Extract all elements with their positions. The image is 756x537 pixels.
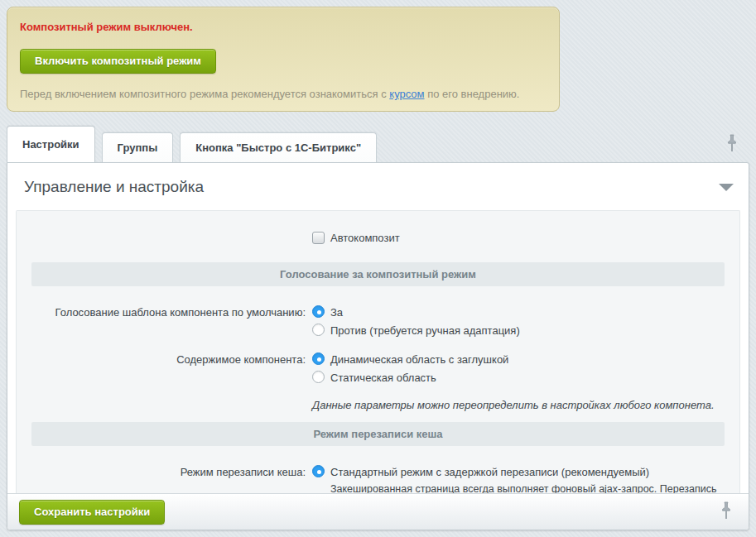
radio-against[interactable] bbox=[312, 324, 325, 336]
autocomposite-label[interactable]: Автокомпозит bbox=[330, 232, 400, 244]
voting-default-label: Голосование шаблона компонента по умолча… bbox=[17, 304, 306, 341]
content-option-static[interactable]: Статическая область bbox=[312, 370, 508, 386]
autocomposite-row: Автокомпозит bbox=[312, 232, 739, 244]
pin-icon[interactable] bbox=[720, 501, 732, 524]
banner-note: Перед включением композитного режима рек… bbox=[20, 88, 546, 100]
tab-bar: Настройки Группы Кнопка "Быстро с 1С-Бит… bbox=[7, 126, 383, 162]
tab-groups[interactable]: Группы bbox=[102, 132, 174, 162]
settings-panel: Управление и настройка Автокомпозит Голо… bbox=[7, 162, 749, 530]
cache-rewrite-row: Режим перезаписи кеша: Стандартный режим… bbox=[17, 464, 739, 493]
content-option-dynamic[interactable]: Динамическая область с заглушкой bbox=[312, 352, 508, 367]
banner-note-before: Перед включением композитного режима рек… bbox=[20, 88, 389, 100]
cache-mode-description: Закешированная страница всегда выполняет… bbox=[330, 482, 728, 493]
section-header-cache-rewrite: Режим перезаписи кеша bbox=[31, 422, 725, 446]
composite-mode-banner: Композитный режим выключен. Включить ком… bbox=[7, 7, 560, 112]
tab-bitrix-quick-button[interactable]: Кнопка "Быстро с 1С-Битрикс" bbox=[180, 132, 377, 162]
save-settings-button[interactable]: Сохранить настройки bbox=[19, 500, 165, 525]
radio-for[interactable] bbox=[312, 305, 325, 318]
component-content-row: Содержимое компонента: Динамическая обла… bbox=[17, 352, 739, 388]
override-note: Данные параметры можно переопределить в … bbox=[312, 399, 725, 411]
autocomposite-checkbox[interactable] bbox=[312, 232, 325, 244]
radio-standard-mode[interactable] bbox=[312, 465, 325, 477]
settings-form: Автокомпозит Голосование за композитный … bbox=[16, 210, 740, 493]
banner-note-after: по его внедрению. bbox=[425, 88, 520, 100]
composite-mode-status: Композитный режим выключен. bbox=[20, 21, 546, 33]
voting-default-row: Голосование шаблона компонента по умолча… bbox=[17, 304, 739, 341]
radio-static-area[interactable] bbox=[312, 371, 325, 383]
component-content-label: Содержимое компонента: bbox=[17, 352, 306, 388]
radio-dynamic-area[interactable] bbox=[312, 352, 325, 365]
section-header-voting: Голосование за композитный режим bbox=[31, 262, 725, 286]
chevron-down-icon[interactable] bbox=[719, 184, 734, 191]
course-link[interactable]: курсом bbox=[389, 88, 424, 100]
cache-rewrite-label: Режим перезаписи кеша: bbox=[17, 464, 306, 493]
voting-option-for[interactable]: За bbox=[312, 304, 520, 320]
cache-option-standard[interactable]: Стандартный режим с задержкой перезаписи… bbox=[312, 464, 728, 480]
pin-icon[interactable] bbox=[726, 134, 738, 156]
tab-settings[interactable]: Настройки bbox=[7, 126, 95, 162]
page-title: Управление и настройка bbox=[24, 178, 204, 196]
button-bar: Сохранить настройки bbox=[7, 493, 749, 530]
panel-header: Управление и настройка bbox=[7, 163, 749, 210]
enable-composite-button[interactable]: Включить композитный режим bbox=[20, 49, 216, 74]
voting-option-against[interactable]: Против (требуется ручная адаптация) bbox=[312, 323, 520, 338]
